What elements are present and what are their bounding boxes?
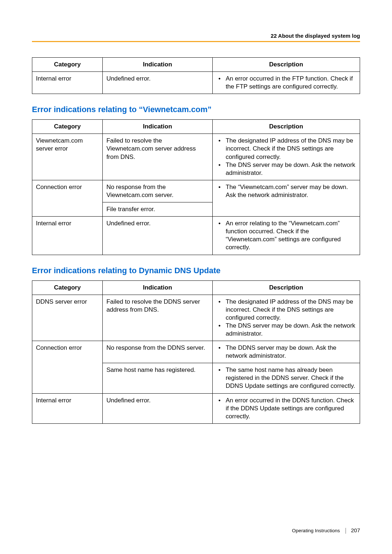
td-indication: Undefined error. (103, 393, 213, 423)
td-description: The designated IP address of the DNS may… (212, 134, 360, 180)
footer-page-number: 207 (351, 527, 360, 533)
th-description: Description (212, 280, 360, 295)
th-description: Description (212, 58, 360, 72)
desc-item: The DNS server may be down. Ask the netw… (216, 161, 356, 177)
page-header-title: 22 About the displayed system log (32, 33, 360, 39)
td-indication: Undefined error. (103, 72, 213, 94)
section-heading-ddns: Error indications relating to Dynamic DN… (32, 266, 360, 275)
table-row: DDNS server error Failed to resolve the … (32, 295, 360, 341)
td-category: Connection error (32, 180, 103, 216)
th-category: Category (32, 120, 103, 134)
table-row: Internal error Undefined error. An error… (32, 72, 360, 94)
desc-item: The “Viewnetcam.com” server may be down.… (216, 183, 356, 199)
th-indication: Indication (103, 280, 213, 295)
td-description: An error relating to the “Viewnetcam.com… (212, 217, 360, 255)
td-description: An error occurred in the FTP function. C… (212, 72, 360, 94)
desc-item: An error relating to the “Viewnetcam.com… (216, 219, 356, 251)
page-footer: Operating Instructions 207 (292, 527, 360, 534)
td-indication: Undefined error. (103, 217, 213, 255)
section-heading-viewnetcam: Error indications relating to “Viewnetca… (32, 105, 360, 114)
table-row: Connection error No response from the DD… (32, 341, 360, 363)
td-category: Internal error (32, 217, 103, 255)
page-content: 22 About the displayed system log Catego… (0, 0, 392, 424)
desc-item: An error occurred in the DDNS function. … (216, 397, 356, 420)
desc-item: The designated IP address of the DNS may… (216, 137, 356, 161)
desc-item: The same host name has already been regi… (216, 366, 356, 390)
th-category: Category (32, 58, 103, 72)
desc-item: The DNS server may be down. Ask the netw… (216, 322, 356, 338)
td-description: The designated IP address of the DNS may… (212, 295, 360, 341)
td-description: The same host name has already been regi… (212, 363, 360, 393)
td-description: An error occurred in the DDNS function. … (212, 393, 360, 423)
td-indication: File transfer error. (103, 202, 213, 217)
td-category: Viewnetcam.com server error (32, 134, 103, 180)
table-header-row: Category Indication Description (32, 120, 360, 134)
td-category: DDNS server error (32, 295, 103, 341)
desc-item: The DDNS server may be down. Ask the net… (216, 344, 356, 360)
table-row: Internal error Undefined error. An error… (32, 393, 360, 423)
th-description: Description (212, 120, 360, 134)
th-category: Category (32, 280, 103, 295)
td-indication: Failed to resolve the DDNS server addres… (103, 295, 213, 341)
table-header-row: Category Indication Description (32, 58, 360, 72)
table-ddns-errors: Category Indication Description DDNS ser… (32, 280, 360, 424)
table-row: Connection error No response from the Vi… (32, 180, 360, 202)
table-ftp-errors: Category Indication Description Internal… (32, 57, 360, 94)
td-category: Internal error (32, 393, 103, 423)
td-indication: Same host name has registered. (103, 363, 213, 393)
footer-label: Operating Instructions (292, 528, 340, 533)
td-description: The “Viewnetcam.com” server may be down.… (212, 180, 360, 216)
table-row: Internal error Undefined error. An error… (32, 217, 360, 255)
footer-divider (346, 528, 346, 534)
td-indication: No response from the Viewnetcam.com serv… (103, 180, 213, 202)
table-viewnetcam-errors: Category Indication Description Viewnetc… (32, 119, 360, 255)
th-indication: Indication (103, 120, 213, 134)
desc-item: The designated IP address of the DNS may… (216, 298, 356, 322)
table-header-row: Category Indication Description (32, 280, 360, 295)
td-category: Connection error (32, 341, 103, 393)
td-category: Internal error (32, 72, 103, 94)
td-indication: Failed to resolve the Viewnetcam.com ser… (103, 134, 213, 180)
th-indication: Indication (103, 58, 213, 72)
header-divider (32, 41, 360, 42)
td-description: The DDNS server may be down. Ask the net… (212, 341, 360, 363)
desc-item: An error occurred in the FTP function. C… (216, 75, 356, 91)
table-row: Viewnetcam.com server error Failed to re… (32, 134, 360, 180)
td-indication: No response from the DDNS server. (103, 341, 213, 363)
